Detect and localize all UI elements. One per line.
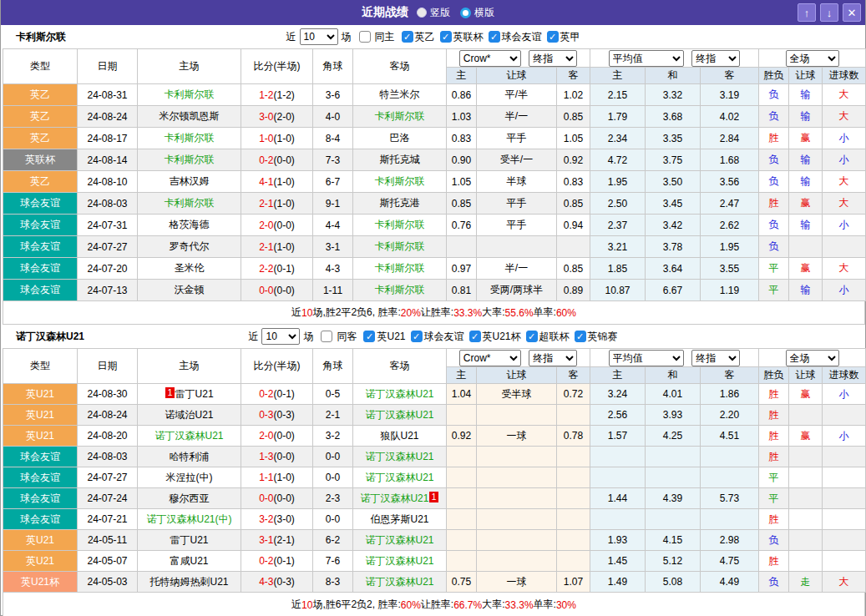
handicap-line: 受两/两球半 [477, 280, 557, 301]
result-winloss: 负 [759, 106, 789, 128]
league-filter-label: 球会友谊 [502, 30, 542, 44]
competition-badge: 英U21杯 [3, 572, 78, 593]
handicap-away-odds [557, 530, 590, 551]
league-filter-checkbox[interactable]: ✓ [440, 31, 452, 43]
date-cell: 24-08-10 [78, 171, 138, 193]
bookmaker-stage-select[interactable]: 终指 [529, 50, 577, 67]
league-filter-checkbox[interactable]: ✓ [526, 331, 538, 342]
handicap-away-odds: 0.78 [557, 426, 590, 447]
result-goals [823, 551, 866, 572]
summary-segment: 近 [291, 305, 301, 320]
team-name: 圣米伦 [175, 262, 205, 274]
col-let-away: 客 [557, 367, 590, 384]
handicap-home-odds [447, 509, 477, 530]
handicap-line [477, 236, 557, 258]
result-handicap [789, 509, 823, 530]
away-team-cell: 诺丁汉森林U21 [353, 384, 447, 405]
handicap-home-odds [447, 447, 477, 467]
result-winloss: 胜 [759, 551, 789, 572]
avg-away-odds [701, 509, 759, 530]
avg-away-odds: 2.98 [701, 530, 759, 551]
move-down-button[interactable]: ↓ [820, 3, 838, 22]
result-goals: 大 [823, 193, 866, 215]
team-name: 米涅拉(中) [166, 472, 213, 483]
result-winloss: 胜 [759, 128, 789, 149]
average-stage-select[interactable]: 终指 [691, 50, 740, 67]
league-filter-checkbox[interactable]: ✓ [402, 31, 413, 43]
move-up-button[interactable]: ↑ [798, 3, 816, 22]
result-winloss: 负 [759, 215, 789, 236]
layout-vertical-option[interactable]: 竖版 [417, 6, 450, 20]
average-select[interactable]: 平均值 [609, 350, 684, 366]
date-cell: 24-08-24 [78, 106, 138, 128]
radio-vertical-icon[interactable] [417, 8, 427, 18]
col-score: 比分(半场) [241, 349, 313, 384]
match-row: 球会友谊24-07-21诺丁汉森林U21(中)3-2(3-0)0-0伯恩茅斯U2… [3, 509, 866, 530]
result-handicap: 输 [789, 280, 823, 301]
radio-vertical-label: 竖版 [430, 6, 450, 20]
close-icon: ✕ [848, 7, 857, 19]
avg-draw-odds [646, 467, 701, 488]
team-name: 哈特利浦 [170, 451, 210, 462]
result-handicap: 输 [789, 149, 823, 171]
handicap-away-odds: 1.05 [557, 128, 590, 149]
avg-home-odds: 1.44 [590, 488, 646, 509]
home-team-cell: 诺域治U21 [138, 405, 241, 426]
away-team-cell: 斯托克城 [353, 149, 447, 171]
same-venue-checkbox[interactable] [359, 31, 371, 43]
team-name: 诺丁汉森林U21 [360, 492, 428, 504]
result-handicap: 输 [789, 84, 823, 106]
home-team-cell: 雷丁U21 [138, 530, 241, 551]
date-cell: 24-08-03 [78, 193, 138, 215]
layout-horizontal-option[interactable]: 横版 [460, 6, 494, 20]
radio-horizontal-icon[interactable] [460, 8, 471, 18]
col-goals-result: 进球数 [823, 367, 866, 384]
match-row: 英U2124-05-11雷丁U213-1(2-1)6-2诺丁汉森林U211.93… [3, 530, 866, 551]
scope-select[interactable]: 全场 [786, 350, 839, 366]
team-name: 诺丁汉森林U21 [154, 430, 223, 442]
home-team-cell: 托特纳姆热刺U21 [138, 572, 241, 593]
corners-cell: 8-4 [313, 128, 353, 149]
match-count-select[interactable]: 10 [300, 28, 338, 45]
away-team-cell: 卡利斯尔联 [353, 280, 447, 301]
handicap-line: 平/半 [477, 84, 557, 106]
home-team-cell: 米涅拉(中) [138, 467, 241, 488]
team-name: 卡利斯尔联 [375, 175, 425, 187]
scope-select[interactable]: 全场 [786, 50, 839, 67]
score-cell: 1-2(1-2) [241, 84, 313, 106]
score-cell: 2-1(1-0) [241, 193, 313, 215]
close-button[interactable]: ✕ [843, 3, 861, 22]
bookmaker-stage-select[interactable]: 终指 [529, 350, 577, 366]
league-filter-checkbox[interactable]: ✓ [411, 331, 423, 342]
match-count-select[interactable]: 10 [261, 328, 300, 345]
match-row: 英乙24-08-17卡利斯尔联1-0(1-0)8-4巴洛0.83平手1.052.… [3, 128, 866, 149]
handicap-line [477, 488, 557, 509]
home-team-cell: 1雷丁U21 [138, 384, 241, 405]
league-filter-checkbox[interactable]: ✓ [363, 331, 375, 342]
result-goals: 小 [823, 149, 866, 171]
handicap-home-odds [447, 236, 477, 258]
summary-segment: 大率: [482, 305, 504, 320]
league-filter-checkbox[interactable]: ✓ [575, 331, 586, 342]
team-name: 卡利斯尔联 [375, 219, 425, 230]
same-venue-checkbox[interactable] [321, 331, 332, 342]
match-row: 英U2124-08-20诺丁汉森林U212-0(0-0)3-2狼队U210.92… [3, 426, 866, 447]
avg-draw-odds: 3.32 [646, 84, 701, 106]
league-filter-checkbox[interactable]: ✓ [469, 331, 481, 342]
bookmaker-select[interactable]: Crow* [459, 350, 521, 366]
summary-segment: 单率: [534, 305, 556, 320]
league-filter-checkbox[interactable]: ✓ [489, 31, 500, 43]
handicap-line [477, 551, 557, 572]
result-handicap [789, 530, 823, 551]
avg-draw-odds: 3.75 [646, 149, 701, 171]
home-team-cell: 卡利斯尔联 [138, 84, 241, 106]
corners-cell: 4-3 [313, 258, 353, 280]
match-row: 英U2124-08-24诺域治U210-3(0-3)2-1诺丁汉森林U212.5… [3, 405, 866, 426]
average-select[interactable]: 平均值 [609, 50, 684, 67]
corners-cell: 4-0 [313, 106, 353, 128]
date-cell: 24-08-31 [78, 84, 138, 106]
league-filter-checkbox[interactable]: ✓ [547, 31, 559, 43]
bookmaker-select[interactable]: Crow* [459, 50, 521, 67]
average-stage-select[interactable]: 终指 [691, 350, 740, 366]
avg-home-odds: 2.15 [590, 84, 646, 106]
